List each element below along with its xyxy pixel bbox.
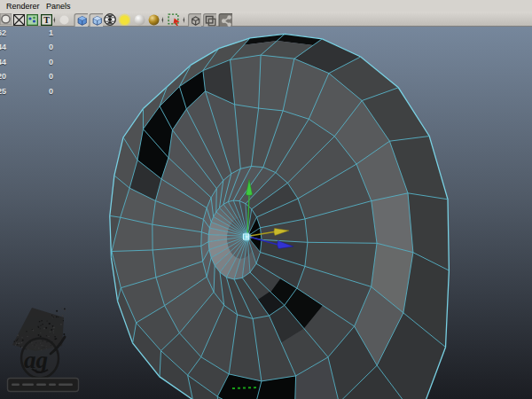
svg-text:T: T — [43, 15, 50, 25]
svg-text:ag: ag — [24, 347, 48, 373]
